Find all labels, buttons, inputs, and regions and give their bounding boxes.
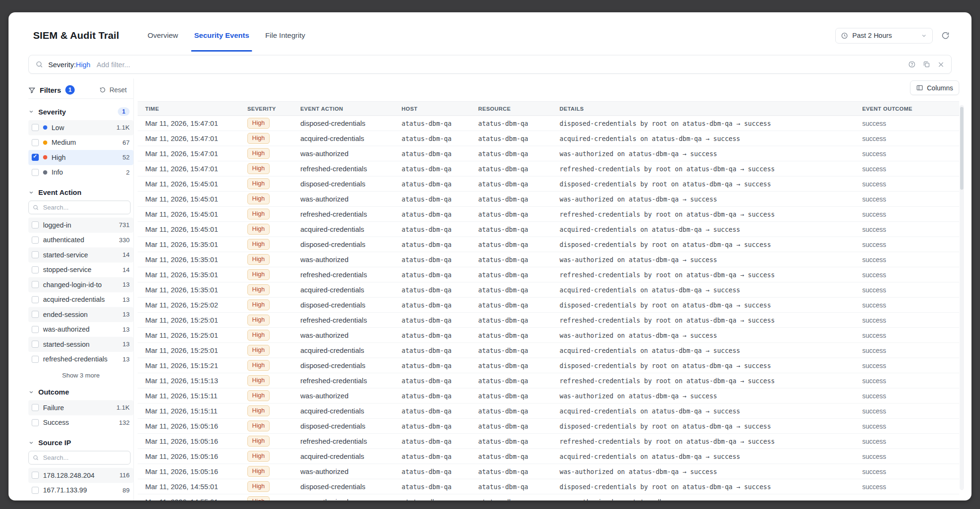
source-ip-section-header[interactable]: Source IP bbox=[28, 439, 133, 447]
event-row[interactable]: Mar 11, 2026, 15:05:16Highacquired-crede… bbox=[138, 449, 959, 464]
severity-section-header[interactable]: Severity 1 bbox=[28, 107, 133, 116]
event-row[interactable]: Mar 11, 2026, 15:45:01Highdisposed-crede… bbox=[138, 176, 959, 192]
event-row[interactable]: Mar 11, 2026, 15:05:16Highrefreshed-cred… bbox=[138, 434, 959, 449]
filter-search-bar[interactable]: Severity:High bbox=[28, 55, 952, 74]
column-header-event-action[interactable]: EVENT ACTION bbox=[300, 102, 402, 116]
event-row[interactable]: Mar 11, 2026, 14:55:01Highwas-authorized… bbox=[138, 494, 959, 501]
filter-option-started-service[interactable]: started-service14 bbox=[28, 247, 133, 263]
filter-option-ended-session[interactable]: ended-session13 bbox=[28, 307, 133, 322]
event-action-search[interactable] bbox=[28, 201, 131, 214]
checkbox[interactable] bbox=[32, 266, 39, 273]
checkbox[interactable] bbox=[32, 472, 39, 479]
event-row[interactable]: Mar 11, 2026, 15:47:01Highrefreshed-cred… bbox=[138, 161, 959, 176]
checkbox[interactable] bbox=[32, 419, 39, 426]
close-icon[interactable] bbox=[937, 61, 945, 68]
tab-security-events[interactable]: Security Events bbox=[187, 27, 255, 44]
event-action-search-input[interactable] bbox=[42, 203, 126, 211]
checkbox[interactable] bbox=[32, 311, 39, 318]
checkbox[interactable] bbox=[32, 341, 39, 348]
event-row[interactable]: Mar 11, 2026, 14:55:01Highdisposed-crede… bbox=[138, 479, 959, 494]
filters-header: Filters 1 Reset bbox=[28, 81, 133, 99]
checkbox[interactable] bbox=[32, 356, 39, 363]
scrollbar-thumb[interactable] bbox=[960, 107, 963, 190]
filter-option-medium[interactable]: Medium67 bbox=[28, 135, 133, 150]
filter-option-authenticated[interactable]: authenticated330 bbox=[28, 233, 133, 248]
checkbox[interactable] bbox=[32, 124, 39, 131]
event-row[interactable]: Mar 11, 2026, 15:25:02Highdisposed-crede… bbox=[138, 298, 959, 313]
event-row[interactable]: Mar 11, 2026, 15:35:01Highrefreshed-cred… bbox=[138, 267, 959, 282]
checkbox[interactable] bbox=[32, 281, 39, 288]
checkbox[interactable] bbox=[32, 139, 39, 146]
column-header-host[interactable]: HOST bbox=[402, 102, 478, 116]
column-header-event-outcome[interactable]: EVENT OUTCOME bbox=[862, 102, 959, 116]
filter-option-stopped-service[interactable]: stopped-service14 bbox=[28, 263, 133, 278]
filter-option-high[interactable]: High52 bbox=[28, 150, 133, 165]
checkbox[interactable] bbox=[32, 221, 39, 228]
event-row[interactable]: Mar 11, 2026, 15:25:01Highwas-authorized… bbox=[138, 328, 959, 343]
event-action-section-header[interactable]: Event Action bbox=[28, 188, 133, 196]
filter-option-changed-login-id-to[interactable]: changed-login-id-to13 bbox=[28, 277, 133, 292]
cell-severity: High bbox=[247, 267, 300, 282]
filter-option-167-71-133-99[interactable]: 167.71.133.9989 bbox=[28, 483, 133, 498]
cell-event-outcome: success bbox=[862, 464, 959, 479]
event-row[interactable]: Mar 11, 2026, 15:35:01Highacquired-crede… bbox=[138, 282, 959, 298]
filter-option-low[interactable]: Low1.1K bbox=[28, 120, 133, 135]
event-row[interactable]: Mar 11, 2026, 15:05:16Highdisposed-crede… bbox=[138, 419, 959, 434]
outcome-section-header[interactable]: Outcome bbox=[28, 388, 133, 396]
event-row[interactable]: Mar 11, 2026, 15:15:21Highdisposed-crede… bbox=[138, 358, 959, 373]
severity-dot bbox=[43, 155, 47, 159]
source-ip-search[interactable] bbox=[28, 451, 131, 465]
filter-option-178-128-248-204[interactable]: 178.128.248.204116 bbox=[28, 468, 133, 483]
event-row[interactable]: Mar 11, 2026, 15:47:01Highacquired-crede… bbox=[138, 131, 959, 146]
event-row[interactable]: Mar 11, 2026, 15:15:13Highrefreshed-cred… bbox=[138, 373, 959, 388]
refresh-button[interactable] bbox=[939, 29, 952, 42]
help-icon[interactable] bbox=[908, 61, 916, 68]
vertical-scrollbar[interactable] bbox=[960, 105, 964, 490]
event-row[interactable]: Mar 11, 2026, 15:45:01Highacquired-crede… bbox=[138, 222, 959, 237]
checkbox[interactable] bbox=[32, 169, 39, 176]
event-row[interactable]: Mar 11, 2026, 15:47:01Highwas-authorized… bbox=[138, 146, 959, 161]
severity-badge: High bbox=[247, 496, 270, 500]
filter-option-was-authorized[interactable]: was-authorized13 bbox=[28, 322, 133, 337]
checkbox[interactable] bbox=[32, 154, 39, 161]
column-header-details[interactable]: DETAILS bbox=[560, 102, 862, 116]
add-filter-input[interactable] bbox=[96, 60, 903, 69]
filter-option-acquired-credentials[interactable]: acquired-credentials13 bbox=[28, 292, 133, 307]
columns-button[interactable]: Columns bbox=[910, 80, 959, 95]
checkbox[interactable] bbox=[32, 326, 39, 333]
event-row[interactable]: Mar 11, 2026, 15:45:01Highwas-authorized… bbox=[138, 192, 959, 207]
event-row[interactable]: Mar 11, 2026, 15:15:11Highwas-authorized… bbox=[138, 388, 959, 404]
filter-option-refreshed-credentials[interactable]: refreshed-credentials13 bbox=[28, 352, 133, 367]
event-row[interactable]: Mar 11, 2026, 15:05:16Highwas-authorized… bbox=[138, 464, 959, 479]
event-row[interactable]: Mar 11, 2026, 15:35:01Highwas-authorized… bbox=[138, 252, 959, 267]
reset-filters-button[interactable]: Reset bbox=[96, 86, 130, 94]
filter-option-started-session[interactable]: started-session13 bbox=[28, 337, 133, 352]
column-header-severity[interactable]: SEVERITY bbox=[247, 102, 300, 116]
time-range-select[interactable]: Past 2 Hours bbox=[835, 28, 933, 44]
filter-option-success[interactable]: Success132 bbox=[28, 415, 133, 430]
filter-option-failure[interactable]: Failure1.1K bbox=[28, 400, 133, 415]
tab-overview[interactable]: Overview bbox=[141, 27, 185, 44]
source-ip-search-input[interactable] bbox=[42, 454, 126, 462]
event-row[interactable]: Mar 11, 2026, 15:25:01Highacquired-crede… bbox=[138, 343, 959, 358]
filter-option-info[interactable]: Info2 bbox=[28, 165, 133, 180]
show-more-link[interactable]: Show 3 more bbox=[28, 371, 133, 379]
checkbox[interactable] bbox=[32, 404, 39, 411]
cell-host: atatus-dbm-qa bbox=[402, 131, 478, 146]
event-row[interactable]: Mar 11, 2026, 15:25:01Highrefreshed-cred… bbox=[138, 313, 959, 328]
event-row[interactable]: Mar 11, 2026, 15:45:01Highrefreshed-cred… bbox=[138, 207, 959, 222]
copy-icon[interactable] bbox=[923, 61, 930, 68]
event-row[interactable]: Mar 11, 2026, 15:15:11Highacquired-crede… bbox=[138, 404, 959, 419]
checkbox[interactable] bbox=[32, 487, 39, 494]
cell-event-action: disposed-credentials bbox=[300, 237, 402, 252]
checkbox[interactable] bbox=[32, 237, 39, 244]
tab-file-integrity[interactable]: File Integrity bbox=[259, 27, 312, 44]
active-filter-chip[interactable]: Severity:High bbox=[48, 61, 90, 69]
checkbox[interactable] bbox=[32, 251, 39, 258]
column-header-resource[interactable]: RESOURCE bbox=[478, 102, 560, 116]
column-header-time[interactable]: TIME bbox=[138, 102, 247, 116]
checkbox[interactable] bbox=[32, 296, 39, 303]
event-row[interactable]: Mar 11, 2026, 15:47:01Highdisposed-crede… bbox=[138, 116, 959, 131]
filter-option-logged-in[interactable]: logged-in731 bbox=[28, 218, 133, 233]
event-row[interactable]: Mar 11, 2026, 15:35:01Highdisposed-crede… bbox=[138, 237, 959, 252]
